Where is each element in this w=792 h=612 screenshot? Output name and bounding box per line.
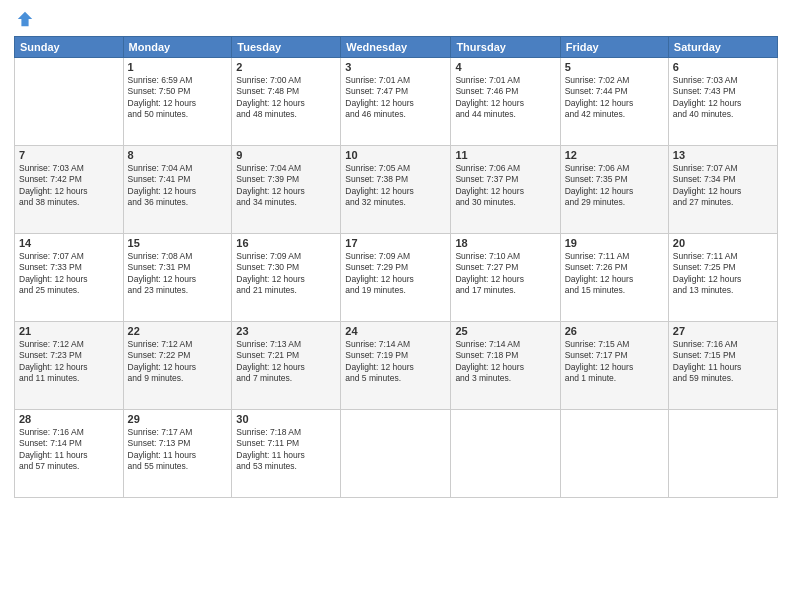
day-info: Sunrise: 7:11 AM Sunset: 7:26 PM Dayligh… (565, 251, 664, 297)
logo (14, 10, 34, 28)
day-info: Sunrise: 7:12 AM Sunset: 7:23 PM Dayligh… (19, 339, 119, 385)
calendar-cell: 28Sunrise: 7:16 AM Sunset: 7:14 PM Dayli… (15, 410, 124, 498)
calendar-cell: 26Sunrise: 7:15 AM Sunset: 7:17 PM Dayli… (560, 322, 668, 410)
day-number: 10 (345, 149, 446, 161)
day-number: 30 (236, 413, 336, 425)
day-info: Sunrise: 7:10 AM Sunset: 7:27 PM Dayligh… (455, 251, 555, 297)
day-number: 5 (565, 61, 664, 73)
calendar-cell (668, 410, 777, 498)
day-number: 15 (128, 237, 228, 249)
week-row-3: 21Sunrise: 7:12 AM Sunset: 7:23 PM Dayli… (15, 322, 778, 410)
day-info: Sunrise: 7:06 AM Sunset: 7:35 PM Dayligh… (565, 163, 664, 209)
day-number: 18 (455, 237, 555, 249)
day-number: 28 (19, 413, 119, 425)
calendar-cell: 14Sunrise: 7:07 AM Sunset: 7:33 PM Dayli… (15, 234, 124, 322)
header-wednesday: Wednesday (341, 37, 451, 58)
week-row-4: 28Sunrise: 7:16 AM Sunset: 7:14 PM Dayli… (15, 410, 778, 498)
day-info: Sunrise: 7:08 AM Sunset: 7:31 PM Dayligh… (128, 251, 228, 297)
day-number: 2 (236, 61, 336, 73)
calendar-cell: 4Sunrise: 7:01 AM Sunset: 7:46 PM Daylig… (451, 58, 560, 146)
calendar-cell: 30Sunrise: 7:18 AM Sunset: 7:11 PM Dayli… (232, 410, 341, 498)
day-info: Sunrise: 7:16 AM Sunset: 7:14 PM Dayligh… (19, 427, 119, 473)
day-number: 3 (345, 61, 446, 73)
day-info: Sunrise: 7:09 AM Sunset: 7:29 PM Dayligh… (345, 251, 446, 297)
calendar-cell: 7Sunrise: 7:03 AM Sunset: 7:42 PM Daylig… (15, 146, 124, 234)
calendar-cell: 10Sunrise: 7:05 AM Sunset: 7:38 PM Dayli… (341, 146, 451, 234)
day-number: 6 (673, 61, 773, 73)
week-row-2: 14Sunrise: 7:07 AM Sunset: 7:33 PM Dayli… (15, 234, 778, 322)
calendar-table: SundayMondayTuesdayWednesdayThursdayFrid… (14, 36, 778, 498)
day-info: Sunrise: 7:17 AM Sunset: 7:13 PM Dayligh… (128, 427, 228, 473)
calendar-cell: 6Sunrise: 7:03 AM Sunset: 7:43 PM Daylig… (668, 58, 777, 146)
calendar-cell: 1Sunrise: 6:59 AM Sunset: 7:50 PM Daylig… (123, 58, 232, 146)
day-number: 17 (345, 237, 446, 249)
calendar-cell: 12Sunrise: 7:06 AM Sunset: 7:35 PM Dayli… (560, 146, 668, 234)
day-number: 14 (19, 237, 119, 249)
day-info: Sunrise: 7:09 AM Sunset: 7:30 PM Dayligh… (236, 251, 336, 297)
day-info: Sunrise: 7:18 AM Sunset: 7:11 PM Dayligh… (236, 427, 336, 473)
day-number: 29 (128, 413, 228, 425)
day-number: 21 (19, 325, 119, 337)
calendar-cell: 24Sunrise: 7:14 AM Sunset: 7:19 PM Dayli… (341, 322, 451, 410)
day-info: Sunrise: 7:12 AM Sunset: 7:22 PM Dayligh… (128, 339, 228, 385)
calendar-cell: 22Sunrise: 7:12 AM Sunset: 7:22 PM Dayli… (123, 322, 232, 410)
calendar-cell (341, 410, 451, 498)
calendar-cell: 8Sunrise: 7:04 AM Sunset: 7:41 PM Daylig… (123, 146, 232, 234)
day-info: Sunrise: 7:13 AM Sunset: 7:21 PM Dayligh… (236, 339, 336, 385)
calendar-cell: 23Sunrise: 7:13 AM Sunset: 7:21 PM Dayli… (232, 322, 341, 410)
calendar-cell: 21Sunrise: 7:12 AM Sunset: 7:23 PM Dayli… (15, 322, 124, 410)
calendar-cell: 13Sunrise: 7:07 AM Sunset: 7:34 PM Dayli… (668, 146, 777, 234)
day-info: Sunrise: 7:00 AM Sunset: 7:48 PM Dayligh… (236, 75, 336, 121)
day-info: Sunrise: 7:01 AM Sunset: 7:46 PM Dayligh… (455, 75, 555, 121)
day-info: Sunrise: 6:59 AM Sunset: 7:50 PM Dayligh… (128, 75, 228, 121)
day-info: Sunrise: 7:02 AM Sunset: 7:44 PM Dayligh… (565, 75, 664, 121)
day-info: Sunrise: 7:04 AM Sunset: 7:39 PM Dayligh… (236, 163, 336, 209)
calendar-cell: 16Sunrise: 7:09 AM Sunset: 7:30 PM Dayli… (232, 234, 341, 322)
day-number: 4 (455, 61, 555, 73)
day-number: 13 (673, 149, 773, 161)
day-info: Sunrise: 7:01 AM Sunset: 7:47 PM Dayligh… (345, 75, 446, 121)
day-number: 27 (673, 325, 773, 337)
day-number: 11 (455, 149, 555, 161)
day-info: Sunrise: 7:05 AM Sunset: 7:38 PM Dayligh… (345, 163, 446, 209)
day-info: Sunrise: 7:06 AM Sunset: 7:37 PM Dayligh… (455, 163, 555, 209)
calendar-cell: 11Sunrise: 7:06 AM Sunset: 7:37 PM Dayli… (451, 146, 560, 234)
day-number: 20 (673, 237, 773, 249)
week-row-0: 1Sunrise: 6:59 AM Sunset: 7:50 PM Daylig… (15, 58, 778, 146)
calendar-cell: 25Sunrise: 7:14 AM Sunset: 7:18 PM Dayli… (451, 322, 560, 410)
day-info: Sunrise: 7:07 AM Sunset: 7:33 PM Dayligh… (19, 251, 119, 297)
calendar-cell: 20Sunrise: 7:11 AM Sunset: 7:25 PM Dayli… (668, 234, 777, 322)
day-number: 19 (565, 237, 664, 249)
calendar-cell: 19Sunrise: 7:11 AM Sunset: 7:26 PM Dayli… (560, 234, 668, 322)
calendar-cell (451, 410, 560, 498)
day-info: Sunrise: 7:14 AM Sunset: 7:18 PM Dayligh… (455, 339, 555, 385)
header-thursday: Thursday (451, 37, 560, 58)
calendar-cell: 2Sunrise: 7:00 AM Sunset: 7:48 PM Daylig… (232, 58, 341, 146)
header-sunday: Sunday (15, 37, 124, 58)
day-number: 22 (128, 325, 228, 337)
calendar-cell: 27Sunrise: 7:16 AM Sunset: 7:15 PM Dayli… (668, 322, 777, 410)
day-info: Sunrise: 7:16 AM Sunset: 7:15 PM Dayligh… (673, 339, 773, 385)
page-header (14, 10, 778, 28)
calendar-cell: 18Sunrise: 7:10 AM Sunset: 7:27 PM Dayli… (451, 234, 560, 322)
day-number: 25 (455, 325, 555, 337)
day-number: 24 (345, 325, 446, 337)
week-row-1: 7Sunrise: 7:03 AM Sunset: 7:42 PM Daylig… (15, 146, 778, 234)
calendar-cell: 5Sunrise: 7:02 AM Sunset: 7:44 PM Daylig… (560, 58, 668, 146)
calendar-cell (560, 410, 668, 498)
day-info: Sunrise: 7:14 AM Sunset: 7:19 PM Dayligh… (345, 339, 446, 385)
calendar-cell: 3Sunrise: 7:01 AM Sunset: 7:47 PM Daylig… (341, 58, 451, 146)
header-saturday: Saturday (668, 37, 777, 58)
day-number: 12 (565, 149, 664, 161)
day-number: 9 (236, 149, 336, 161)
day-info: Sunrise: 7:07 AM Sunset: 7:34 PM Dayligh… (673, 163, 773, 209)
day-info: Sunrise: 7:03 AM Sunset: 7:43 PM Dayligh… (673, 75, 773, 121)
day-info: Sunrise: 7:11 AM Sunset: 7:25 PM Dayligh… (673, 251, 773, 297)
day-number: 26 (565, 325, 664, 337)
day-info: Sunrise: 7:03 AM Sunset: 7:42 PM Dayligh… (19, 163, 119, 209)
day-info: Sunrise: 7:04 AM Sunset: 7:41 PM Dayligh… (128, 163, 228, 209)
calendar-cell: 9Sunrise: 7:04 AM Sunset: 7:39 PM Daylig… (232, 146, 341, 234)
calendar-header-row: SundayMondayTuesdayWednesdayThursdayFrid… (15, 37, 778, 58)
calendar-cell (15, 58, 124, 146)
calendar-cell: 15Sunrise: 7:08 AM Sunset: 7:31 PM Dayli… (123, 234, 232, 322)
